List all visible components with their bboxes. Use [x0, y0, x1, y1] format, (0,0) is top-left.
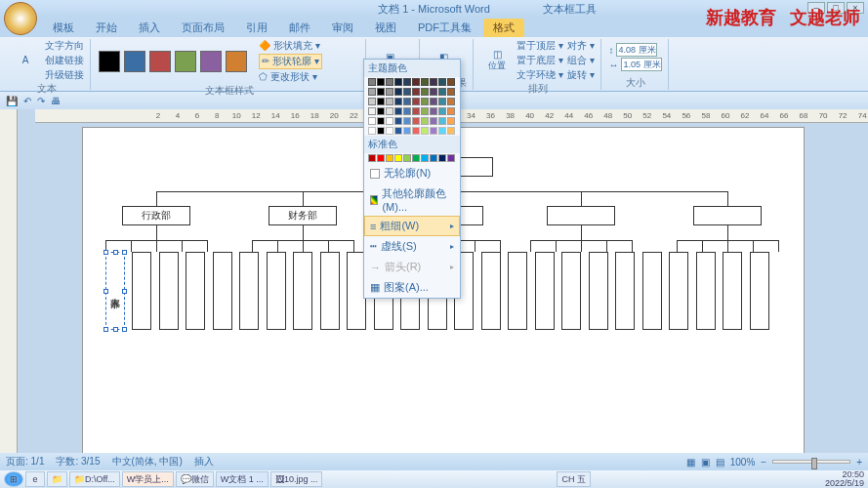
height-spinner[interactable]: 4.08 厘米 [616, 43, 657, 57]
theme-color-swatch[interactable] [430, 117, 437, 125]
theme-color-swatch[interactable] [386, 107, 393, 115]
org-dept-box[interactable] [693, 206, 762, 225]
shape-outline-button[interactable]: ✏ 形状轮廓 ▾ [259, 54, 322, 69]
qat-undo-icon[interactable]: ↶ [23, 96, 31, 106]
taskbar-item-2[interactable]: W 学员上... [122, 471, 174, 487]
theme-color-swatch[interactable] [438, 107, 446, 115]
standard-color-swatch[interactable] [412, 154, 420, 162]
theme-color-swatch[interactable] [430, 127, 437, 135]
theme-color-swatch[interactable] [447, 88, 455, 96]
theme-color-swatch[interactable] [394, 98, 402, 105]
taskbar-explorer-icon[interactable]: 📁 [47, 471, 67, 487]
org-leaf-box[interactable] [723, 252, 742, 330]
office-button[interactable] [4, 2, 37, 35]
theme-color-swatch[interactable] [430, 107, 437, 115]
theme-color-swatch[interactable] [394, 127, 402, 135]
group-button[interactable]: 组合 ▾ [567, 54, 595, 67]
standard-color-swatch[interactable] [368, 154, 376, 162]
taskbar-item-1[interactable]: 📁 D:\Off... [69, 471, 120, 487]
create-link-button[interactable]: 创建链接 [45, 54, 84, 67]
theme-color-swatch[interactable] [403, 98, 411, 105]
zoom-out-icon[interactable]: − [761, 457, 766, 468]
org-leaf-box[interactable] [481, 252, 501, 330]
org-dept-box[interactable]: 财务部 [269, 206, 337, 225]
shape-fill-button[interactable]: 🔶 形状填充 ▾ [259, 39, 322, 53]
org-leaf-box[interactable] [589, 252, 608, 330]
align-button[interactable]: 对齐 ▾ [567, 39, 595, 53]
org-leaf-box[interactable] [213, 252, 232, 330]
change-shape-button[interactable]: ⬠ 更改形状 ▾ [259, 70, 322, 84]
style-swatch[interactable] [99, 51, 120, 72]
taskbar-item-5[interactable]: 🖼 10.jpg ... [270, 471, 323, 487]
theme-color-swatch[interactable] [394, 88, 402, 96]
tab-home[interactable]: 开始 [86, 19, 127, 37]
theme-color-swatch[interactable] [430, 78, 437, 86]
theme-color-swatch[interactable] [394, 117, 402, 125]
style-swatch[interactable] [124, 51, 145, 72]
standard-color-swatch[interactable] [430, 154, 437, 162]
org-leaf-box[interactable] [239, 252, 259, 330]
view-weblayout-icon[interactable]: ▤ [716, 457, 724, 468]
theme-color-swatch[interactable] [447, 98, 455, 105]
text-wrap-button[interactable]: 文字环绕 ▾ [517, 68, 563, 82]
theme-color-swatch[interactable] [403, 117, 411, 125]
zoom-value[interactable]: 100% [730, 457, 756, 468]
width-spinner[interactable]: 1.05 厘米 [621, 58, 662, 71]
theme-color-swatch[interactable] [377, 98, 385, 105]
theme-color-swatch[interactable] [368, 127, 376, 135]
weight-item[interactable]: ≡粗细(W)▸ [364, 216, 460, 236]
theme-color-swatch[interactable] [430, 98, 437, 105]
org-leaf-box[interactable] [669, 252, 688, 330]
theme-color-swatch[interactable] [386, 98, 393, 105]
theme-color-swatch[interactable] [368, 107, 376, 115]
theme-color-swatch[interactable] [447, 107, 455, 115]
qat-print-icon[interactable]: 🖶 [51, 96, 61, 106]
theme-color-swatch[interactable] [412, 107, 420, 115]
theme-color-swatch[interactable] [377, 78, 385, 86]
theme-color-swatch[interactable] [421, 127, 429, 135]
theme-color-swatch[interactable] [386, 78, 393, 86]
org-leaf-box[interactable] [293, 252, 312, 330]
org-leaf-box[interactable] [186, 252, 205, 330]
theme-color-swatch[interactable] [430, 88, 437, 96]
position-button[interactable]: ◫位置 [481, 43, 513, 78]
tab-review[interactable]: 审阅 [322, 19, 363, 37]
theme-color-swatch[interactable] [403, 107, 411, 115]
theme-color-swatch[interactable] [421, 107, 429, 115]
theme-color-swatch[interactable] [412, 98, 420, 105]
rotate-button[interactable]: 旋转 ▾ [567, 68, 595, 82]
org-leaf-box[interactable] [535, 252, 555, 330]
theme-color-swatch[interactable] [386, 88, 393, 96]
org-leaf-box[interactable] [267, 252, 286, 330]
org-leaf-box[interactable] [561, 252, 581, 330]
standard-color-swatch[interactable] [438, 154, 446, 162]
standard-color-swatch[interactable] [421, 154, 429, 162]
tab-layout[interactable]: 页面布局 [172, 19, 234, 37]
theme-color-swatch[interactable] [394, 78, 402, 86]
org-leaf-box[interactable] [750, 252, 769, 330]
theme-color-swatch[interactable] [421, 98, 429, 105]
theme-color-swatch[interactable] [447, 127, 455, 135]
org-leaf-box[interactable] [132, 252, 151, 330]
taskbar-item-3[interactable]: 💬 微信 [176, 471, 214, 487]
theme-color-swatch[interactable] [421, 78, 429, 86]
tab-insert[interactable]: 插入 [129, 19, 170, 37]
theme-color-swatch[interactable] [377, 107, 385, 115]
theme-color-swatch[interactable] [377, 117, 385, 125]
theme-color-swatch[interactable] [403, 88, 411, 96]
org-leaf-box[interactable] [615, 252, 635, 330]
pattern-item[interactable]: ▦图案(A)... [364, 277, 460, 298]
zoom-in-icon[interactable]: + [856, 457, 862, 468]
theme-color-swatch[interactable] [438, 78, 446, 86]
theme-color-swatch[interactable] [403, 78, 411, 86]
theme-color-swatch[interactable] [447, 117, 455, 125]
tab-view[interactable]: 视图 [365, 19, 406, 37]
view-printlayout-icon[interactable]: ▦ [686, 457, 695, 468]
tab-mailings[interactable]: 邮件 [279, 19, 320, 37]
theme-color-swatch[interactable] [394, 107, 402, 115]
more-colors-item[interactable]: 其他轮廓颜色(M)... [364, 183, 460, 216]
taskbar-ie-icon[interactable]: e [25, 471, 45, 487]
taskbar-clock[interactable]: 20:502022/5/19 [825, 470, 864, 488]
tab-template[interactable]: 模板 [43, 19, 84, 37]
theme-color-swatch[interactable] [412, 127, 420, 135]
